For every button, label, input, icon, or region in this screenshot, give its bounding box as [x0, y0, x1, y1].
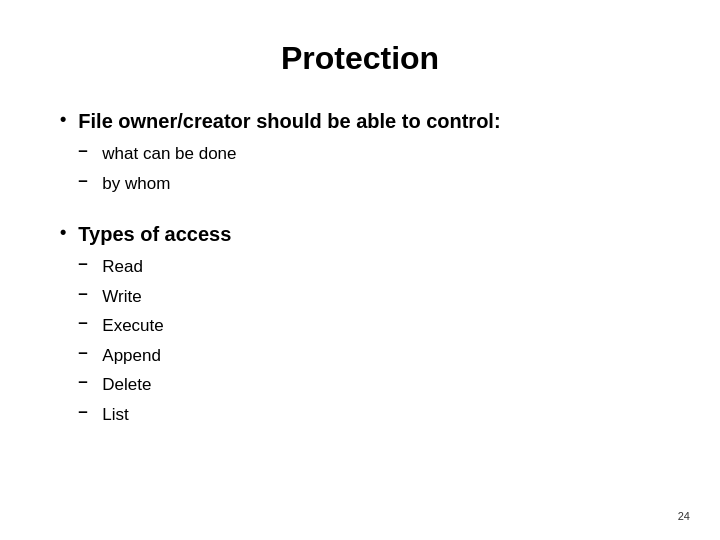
sub-text-2-6: List [102, 402, 128, 428]
sub-text-2-2: Write [102, 284, 141, 310]
sub-item-2-2: – Write [78, 284, 231, 310]
sub-dash-2-5: – [78, 372, 92, 392]
sub-text-1-1: what can be done [102, 141, 236, 167]
bullet-2-text: Types of access [78, 223, 231, 245]
bullet-1-content: File owner/creator should be able to con… [78, 107, 500, 200]
bullet-dot-2: • [60, 222, 66, 243]
sub-text-1-2: by whom [102, 171, 170, 197]
sub-dash-1-2: – [78, 171, 92, 191]
bullet-2-sub-items: – Read – Write – Execute – Append [78, 254, 231, 427]
sub-item-2-1: – Read [78, 254, 231, 280]
sub-dash-2-6: – [78, 402, 92, 422]
page-number: 24 [678, 510, 690, 522]
bullet-item-1: • File owner/creator should be able to c… [60, 107, 660, 200]
bullet-1-text: File owner/creator should be able to con… [78, 110, 500, 132]
sub-item-2-6: – List [78, 402, 231, 428]
bullet-item-2: • Types of access – Read – Write – Execu… [60, 220, 660, 431]
sub-text-2-5: Delete [102, 372, 151, 398]
sub-dash-2-2: – [78, 284, 92, 304]
bullet-dot-1: • [60, 109, 66, 130]
sub-dash-1-1: – [78, 141, 92, 161]
sub-item-1-2: – by whom [78, 171, 500, 197]
sub-item-1-1: – what can be done [78, 141, 500, 167]
sub-text-2-4: Append [102, 343, 161, 369]
sub-dash-2-1: – [78, 254, 92, 274]
bullet-1-sub-items: – what can be done – by whom [78, 141, 500, 196]
sub-text-2-1: Read [102, 254, 143, 280]
content-area: • File owner/creator should be able to c… [60, 107, 660, 431]
slide-title: Protection [60, 40, 660, 77]
bullet-2-content: Types of access – Read – Write – Execute [78, 220, 231, 431]
sub-dash-2-4: – [78, 343, 92, 363]
sub-dash-2-3: – [78, 313, 92, 333]
sub-item-2-4: – Append [78, 343, 231, 369]
sub-item-2-5: – Delete [78, 372, 231, 398]
sub-item-2-3: – Execute [78, 313, 231, 339]
sub-text-2-3: Execute [102, 313, 163, 339]
slide: Protection • File owner/creator should b… [0, 0, 720, 540]
